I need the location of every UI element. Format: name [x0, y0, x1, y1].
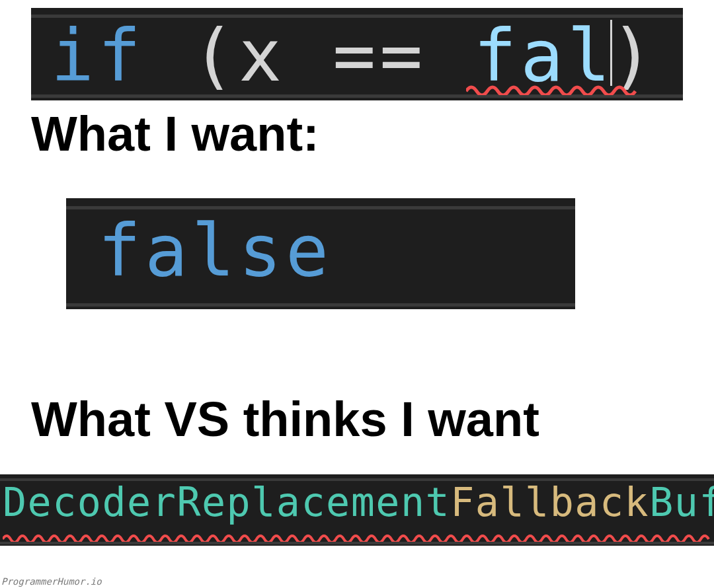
type-part-fallback: Fallback [450, 479, 649, 525]
code-line: DecoderReplacementFallbackBuffer [3, 482, 714, 522]
watermark: ProgrammerHumor.io [1, 576, 102, 587]
code-snippet-autocomplete: DecoderReplacementFallbackBuffer [0, 474, 714, 546]
code-snippet-desired: false [66, 198, 575, 309]
code-snippet-input: if (x == fal) [31, 8, 683, 100]
editor-ruler [0, 542, 714, 544]
caption-want: What I want: [31, 106, 319, 162]
type-part-buffer: Buffer [649, 479, 714, 525]
identifier-x: x [239, 15, 286, 97]
code-line: false [98, 215, 333, 287]
editor-ruler [66, 303, 575, 307]
paren-open: ( [192, 15, 239, 97]
error-squiggle [3, 533, 711, 542]
code-line: if (x == fal) [51, 20, 657, 92]
caption-vs-thinks: What VS thinks I want [31, 391, 539, 447]
type-part-replacement: Replacement [177, 479, 450, 525]
error-squiggle [466, 83, 638, 95]
keyword-if: if [51, 15, 145, 97]
keyword-false: false [98, 209, 333, 292]
type-part-decoder: Decoder [3, 479, 177, 525]
operator-equals: == [333, 15, 426, 97]
